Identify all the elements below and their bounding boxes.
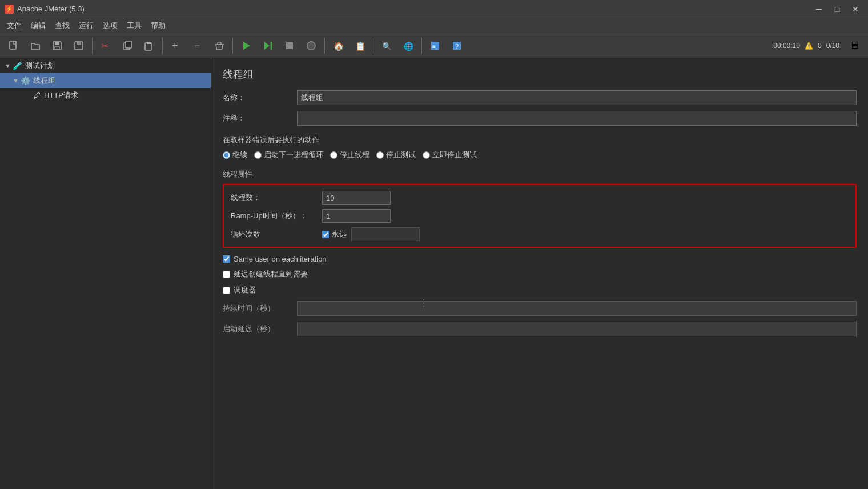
toolbar-stop[interactable]	[279, 35, 300, 56]
toolbar-cut[interactable]: ✂	[95, 35, 116, 56]
toolbar-new[interactable]	[3, 35, 24, 56]
toolbar-save-all[interactable]	[47, 35, 67, 56]
svg-text:?: ?	[455, 43, 459, 50]
same-user-checkbox[interactable]	[223, 255, 230, 263]
window-title: Apache JMeter (5.3)	[17, 5, 811, 13]
thread-count-row: 线程数：	[231, 191, 849, 205]
svg-rect-13	[218, 42, 221, 45]
toolbar: ✂ + − 🏠 📋 🔍 🌐 ≡ ?	[0, 33, 868, 58]
duration-input[interactable]	[297, 301, 857, 316]
forever-label: 永远	[332, 229, 347, 239]
svg-text:≡: ≡	[432, 43, 436, 50]
toolbar-jmeter-home[interactable]: 🏠	[328, 35, 348, 56]
menu-run[interactable]: 运行	[74, 19, 98, 32]
radio-stop-test[interactable]: 停止测试	[376, 150, 416, 160]
forever-checkbox[interactable]	[322, 231, 329, 238]
radio-start-next-input[interactable]	[254, 151, 262, 159]
radio-stop-test-now-label: 立即停止测试	[432, 150, 477, 160]
radio-stop-test-input[interactable]	[376, 151, 384, 159]
duration-label: 持续时间（秒）	[223, 303, 297, 314]
toolbar-copy[interactable]	[117, 35, 138, 56]
timer-display: 00:00:10	[773, 42, 800, 50]
same-user-label: Same user on each iteration	[234, 255, 327, 263]
toolbar-start[interactable]	[236, 35, 256, 56]
scheduler-label: 调度器	[234, 285, 256, 295]
startup-delay-input[interactable]	[297, 322, 857, 336]
menu-options[interactable]: 选项	[98, 19, 122, 32]
toolbar-log-viewer[interactable]: ≡	[425, 35, 445, 56]
radio-start-next-label: 启动下一进程循环	[264, 150, 323, 160]
tree-label-http-request: HTTP请求	[44, 90, 78, 101]
panel-resize-handle[interactable]: ⋮	[421, 117, 425, 489]
tree-item-test-plan[interactable]: ▼ 🧪 测试计划	[0, 58, 211, 73]
name-input[interactable]	[297, 90, 857, 105]
toolbar-open[interactable]	[25, 35, 46, 56]
toolbar-start-no-pause[interactable]	[258, 35, 278, 56]
error-action-label: 在取样器错误后要执行的动作	[223, 135, 857, 145]
radio-stop-thread-input[interactable]	[330, 151, 337, 159]
right-panel: 线程组 名称： 注释： 在取样器错误后要执行的动作 继续 启动下一进程循环 停止	[211, 58, 868, 489]
svg-text:✂: ✂	[101, 41, 108, 51]
toolbar-add[interactable]: +	[166, 35, 186, 56]
svg-rect-3	[55, 46, 59, 49]
menu-help[interactable]: 帮助	[146, 19, 170, 32]
radio-stop-thread-label: 停止线程	[340, 150, 369, 160]
svg-rect-8	[126, 41, 131, 48]
toolbar-help[interactable]: ?	[447, 35, 467, 56]
svg-text:−: −	[194, 40, 200, 51]
thread-group-icon: ⚙️	[21, 76, 30, 85]
scheduler-checkbox[interactable]	[223, 287, 230, 294]
toolbar-templates[interactable]: 📋	[349, 35, 370, 56]
toolbar-paste[interactable]	[139, 35, 159, 56]
radio-continue-input[interactable]	[223, 151, 230, 159]
radio-stop-test-label: 停止测试	[386, 150, 416, 160]
menu-find[interactable]: 查找	[50, 19, 74, 32]
svg-rect-5	[77, 42, 81, 45]
main-layout: ▼ 🧪 测试计划 ▼ ⚙️ 线程组 🖊 HTTP请求 ⋮ 线程组 名称：	[0, 58, 868, 489]
minimize-button[interactable]: ─	[811, 2, 827, 16]
loop-count-row: 循环次数 永远	[231, 227, 849, 241]
loop-count-label: 循环次数	[231, 229, 322, 239]
toolbar-search[interactable]: 🔍	[376, 35, 397, 56]
test-plan-icon: 🧪	[13, 61, 22, 70]
toolbar-remote[interactable]: 🌐	[398, 35, 419, 56]
window-controls: ─ □ ✕	[811, 2, 863, 16]
radio-continue[interactable]: 继续	[223, 150, 247, 160]
menu-tools[interactable]: 工具	[122, 19, 146, 32]
tree-item-thread-group[interactable]: ▼ ⚙️ 线程组	[0, 73, 211, 88]
forever-checkbox-label[interactable]: 永远	[322, 229, 347, 239]
toolbar-remote-engines[interactable]: 🖥	[844, 35, 865, 56]
radio-stop-thread[interactable]: 停止线程	[330, 150, 369, 160]
svg-point-19	[307, 42, 315, 50]
comment-input[interactable]	[297, 111, 857, 126]
svg-marker-14	[243, 42, 250, 50]
svg-text:+: +	[172, 40, 178, 51]
svg-text:🌐: 🌐	[404, 42, 414, 51]
toolbar-save[interactable]	[69, 35, 89, 56]
loop-count-input[interactable]	[351, 227, 420, 241]
delay-create-checkbox[interactable]	[223, 271, 230, 278]
title-bar: ⚡ Apache JMeter (5.3) ─ □ ✕	[0, 0, 868, 18]
ramp-up-input[interactable]	[322, 209, 391, 223]
toolbar-clear-all[interactable]	[209, 35, 230, 56]
radio-continue-label: 继续	[232, 150, 247, 160]
thread-count-input[interactable]	[322, 191, 391, 205]
warning-count: 0	[818, 42, 822, 50]
svg-rect-17	[286, 42, 293, 49]
tree-toggle-tg: ▼	[13, 77, 21, 84]
startup-delay-label: 启动延迟（秒）	[223, 324, 297, 334]
toolbar-remove[interactable]: −	[187, 35, 208, 56]
close-button[interactable]: ✕	[847, 2, 863, 16]
menu-edit[interactable]: 编辑	[26, 19, 50, 32]
menu-file[interactable]: 文件	[2, 19, 26, 32]
tree-label-test-plan: 测试计划	[25, 61, 55, 71]
name-label: 名称：	[223, 93, 297, 103]
radio-stop-test-now[interactable]: 立即停止测试	[423, 150, 477, 160]
tree-item-http-request[interactable]: 🖊 HTTP请求	[0, 88, 211, 103]
toolbar-shutdown[interactable]	[301, 35, 322, 56]
maximize-button[interactable]: □	[829, 2, 845, 16]
delay-create-row: 延迟创建线程直到需要	[223, 269, 857, 279]
startup-delay-row: 启动延迟（秒）	[223, 322, 857, 336]
radio-start-next[interactable]: 启动下一进程循环	[254, 150, 323, 160]
tree-toggle: ▼	[5, 62, 13, 69]
